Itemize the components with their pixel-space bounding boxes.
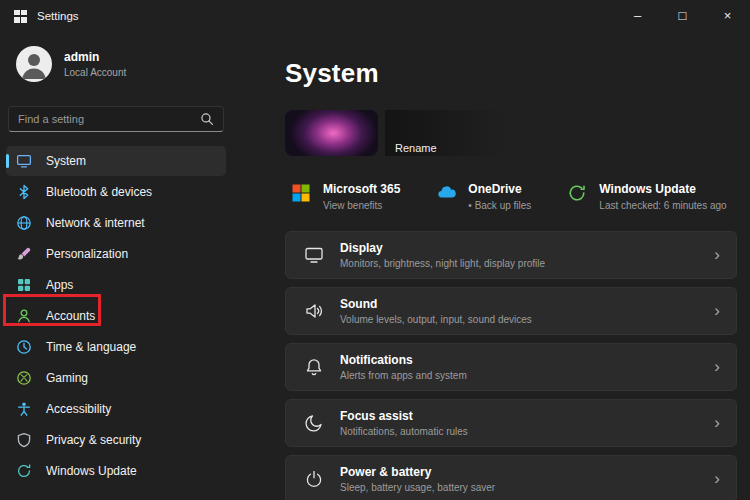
sidebar-item-label: Time & language <box>46 340 136 354</box>
update-icon <box>16 463 32 479</box>
sidebar-nav: System Bluetooth & devices Network & int… <box>0 140 232 486</box>
settings-row-notifications[interactable]: Notifications Alerts from apps and syste… <box>285 343 737 391</box>
sidebar-item-gaming[interactable]: Gaming <box>6 363 226 393</box>
sidebar-item-privacy-security[interactable]: Privacy & security <box>6 425 226 455</box>
settings-row-subtitle: Monitors, brightness, night light, displ… <box>340 258 714 269</box>
accessibility-icon <box>16 401 32 417</box>
settings-list: Display Monitors, brightness, night ligh… <box>285 231 737 500</box>
sidebar-item-network-internet[interactable]: Network & internet <box>6 208 226 238</box>
chevron-right-icon: › <box>714 302 720 321</box>
chevron-right-icon: › <box>714 246 720 265</box>
onedrive-cloud-icon <box>436 183 458 203</box>
sidebar-item-time-language[interactable]: Time & language <box>6 332 226 362</box>
quick-link-windows-update[interactable]: Windows Update Last checked: 6 minutes a… <box>567 182 726 211</box>
quick-link-onedrive[interactable]: OneDrive • Back up files <box>436 182 531 211</box>
search-icon[interactable] <box>200 112 214 126</box>
maximize-button[interactable]: □ <box>660 0 705 32</box>
speaker-icon <box>304 301 324 321</box>
chevron-right-icon: › <box>714 470 720 489</box>
settings-row-display[interactable]: Display Monitors, brightness, night ligh… <box>285 231 737 279</box>
settings-row-title: Power & battery <box>340 465 714 479</box>
quick-link-microsoft-365[interactable]: Microsoft 365 View benefits <box>291 182 400 211</box>
paintbrush-icon <box>16 246 32 262</box>
sidebar-item-label: Gaming <box>46 371 88 385</box>
quick-link-subtitle[interactable]: • Back up files <box>468 200 531 211</box>
quick-link-title: OneDrive <box>468 182 531 196</box>
sidebar-item-label: Bluetooth & devices <box>46 185 152 199</box>
quick-link-subtitle[interactable]: View benefits <box>323 200 400 211</box>
globe-icon <box>16 215 32 231</box>
rename-button[interactable]: Rename <box>395 142 437 154</box>
sidebar-item-bluetooth-devices[interactable]: Bluetooth & devices <box>6 177 226 207</box>
power-icon <box>304 469 324 489</box>
sidebar-item-personalization[interactable]: Personalization <box>6 239 226 269</box>
user-profile: admin Local Account <box>0 32 232 82</box>
sidebar: admin Local Account System Bluetooth & d… <box>0 32 232 500</box>
user-account-type: Local Account <box>64 67 126 78</box>
settings-row-focus-assist[interactable]: Focus assist Notifications, automatic ru… <box>285 399 737 447</box>
settings-row-title: Notifications <box>340 353 714 367</box>
quick-link-subtitle: Last checked: 6 minutes ago <box>599 200 726 211</box>
minimize-button[interactable]: – <box>615 0 660 32</box>
sidebar-item-system[interactable]: System <box>6 146 226 176</box>
search-box[interactable] <box>8 106 224 132</box>
settings-row-title: Display <box>340 241 714 255</box>
chevron-right-icon: › <box>714 358 720 377</box>
avatar <box>16 46 52 82</box>
sidebar-item-label: System <box>46 154 86 168</box>
sidebar-item-windows-update[interactable]: Windows Update <box>6 456 226 486</box>
settings-row-subtitle: Notifications, automatic rules <box>340 426 714 437</box>
settings-row-title: Sound <box>340 297 714 311</box>
settings-row-subtitle: Sleep, battery usage, battery saver <box>340 482 714 493</box>
settings-window: Settings – □ × admin Local Account <box>0 0 750 500</box>
sidebar-item-label: Privacy & security <box>46 433 141 447</box>
sidebar-item-accounts[interactable]: Accounts <box>6 301 226 331</box>
sidebar-item-apps[interactable]: Apps <box>6 270 226 300</box>
settings-row-subtitle: Volume levels, output, input, sound devi… <box>340 314 714 325</box>
window-controls: – □ × <box>615 0 750 32</box>
sidebar-item-label: Windows Update <box>46 464 137 478</box>
quick-links-row: Microsoft 365 View benefits OneDrive • B… <box>285 182 737 211</box>
microsoft-365-icon <box>291 183 313 203</box>
xbox-icon <box>16 370 32 386</box>
main-content: System Rename Microsoft 365 View benefit… <box>285 32 737 500</box>
close-button[interactable]: × <box>705 0 750 32</box>
apps-grid-icon <box>16 277 32 293</box>
search-input[interactable] <box>18 113 200 125</box>
quick-link-title: Microsoft 365 <box>323 182 400 196</box>
user-name: admin <box>64 50 126 64</box>
titlebar: Settings – □ × <box>0 0 750 32</box>
app-title: Settings <box>37 10 79 22</box>
settings-row-sound[interactable]: Sound Volume levels, output, input, soun… <box>285 287 737 335</box>
windows-update-icon <box>567 183 589 203</box>
quick-link-title: Windows Update <box>599 182 726 196</box>
bell-icon <box>304 357 324 377</box>
sidebar-item-accessibility[interactable]: Accessibility <box>6 394 226 424</box>
device-hero: Rename <box>285 110 737 156</box>
page-title: System <box>285 58 737 89</box>
windows-logo-icon <box>14 10 27 23</box>
device-preview-image <box>285 110 378 156</box>
bluetooth-icon <box>16 184 32 200</box>
sidebar-item-label: Network & internet <box>46 216 145 230</box>
chevron-right-icon: › <box>714 414 720 433</box>
sidebar-item-label: Personalization <box>46 247 128 261</box>
sidebar-item-label: Accessibility <box>46 402 111 416</box>
settings-row-title: Focus assist <box>340 409 714 423</box>
clock-icon <box>16 339 32 355</box>
sidebar-item-label: Accounts <box>46 309 95 323</box>
settings-row-power-battery[interactable]: Power & battery Sleep, battery usage, ba… <box>285 455 737 500</box>
shield-icon <box>16 432 32 448</box>
moon-icon <box>304 413 324 433</box>
sidebar-item-label: Apps <box>46 278 73 292</box>
display-icon <box>304 245 324 265</box>
monitor-icon <box>16 153 32 169</box>
settings-row-subtitle: Alerts from apps and system <box>340 370 714 381</box>
person-icon <box>16 308 32 324</box>
